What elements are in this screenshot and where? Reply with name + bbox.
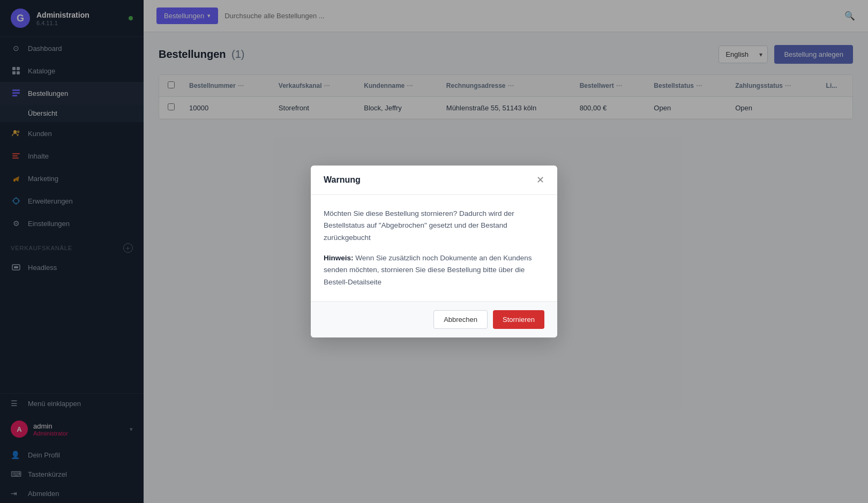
cancel-button[interactable]: Abbrechen [433, 310, 488, 329]
content-area: Bestellungen (1) English Deutsch Bestell… [144, 32, 868, 503]
modal-title: Warnung [324, 175, 361, 185]
modal-hint-text: Wenn Sie zusätzlich noch Dokumente an de… [324, 254, 532, 286]
warning-modal: Warnung ✕ Möchten Sie diese Bestellung s… [311, 166, 557, 337]
modal-body: Möchten Sie diese Bestellung stornieren?… [311, 195, 557, 301]
modal-close-button[interactable]: ✕ [536, 175, 544, 185]
modal-header: Warnung ✕ [311, 166, 557, 195]
modal-body-text1: Möchten Sie diese Bestellung stornieren?… [324, 208, 544, 244]
main-content: Bestellungen ▾ 🔍 Bestellungen (1) Englis… [144, 0, 868, 503]
modal-hint-label: Hinweis: [324, 254, 354, 262]
modal-body-text2: Hinweis: Wenn Sie zusätzlich noch Dokume… [324, 252, 544, 288]
modal-footer: Abbrechen Stornieren [311, 301, 557, 337]
confirm-cancel-button[interactable]: Stornieren [493, 310, 544, 329]
modal-overlay: Warnung ✕ Möchten Sie diese Bestellung s… [144, 32, 868, 503]
